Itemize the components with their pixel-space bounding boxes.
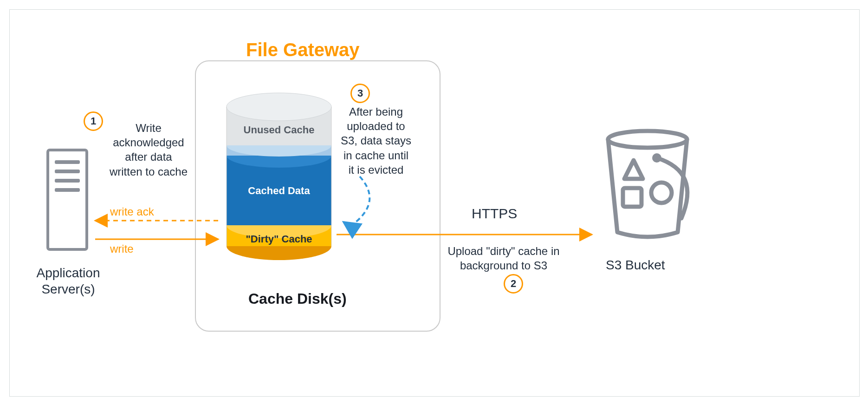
arrows-layer [0, 0, 868, 405]
step-1-badge: 1 [84, 111, 103, 131]
write-label: write [110, 242, 134, 256]
step-2-badge: 2 [504, 274, 523, 294]
step-3-badge: 3 [350, 84, 370, 103]
write-ack-label: write ack [110, 204, 154, 219]
step-2-text: Upload "dirty" cache in background to S3 [443, 244, 564, 273]
step-1-text: Write acknowledged after data written to… [104, 121, 193, 179]
https-label: HTTPS [472, 204, 517, 222]
step-3-text: After being uploaded to S3, data stays i… [339, 105, 413, 177]
